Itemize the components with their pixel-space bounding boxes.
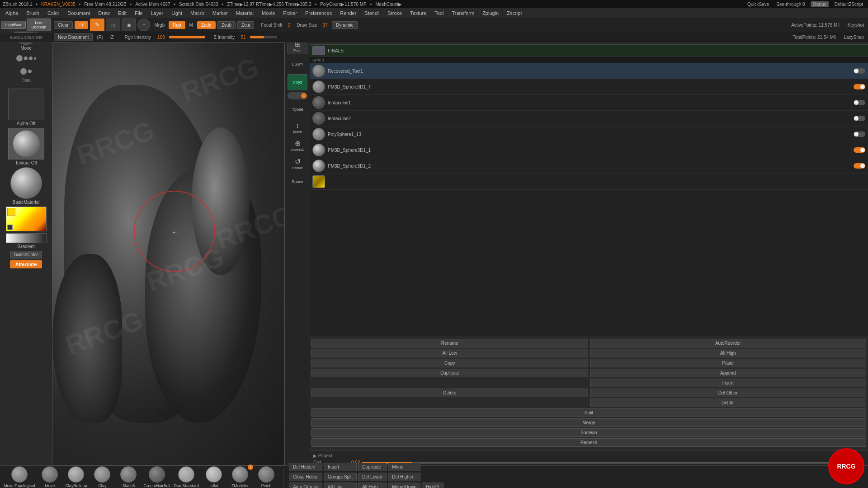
all-low-btn[interactable]: All Low — [311, 349, 588, 357]
paste-btn[interactable]: Paste — [590, 359, 867, 367]
hide-pt-btn[interactable]: HidePt — [422, 483, 443, 488]
zoom3d-btn[interactable]: ⊕ Zoom3D — [288, 137, 307, 154]
menu-draw[interactable]: Draw — [94, 9, 113, 17]
mrgb-label[interactable]: Mrgb — [152, 22, 167, 28]
rgb-intensity-slider[interactable] — [169, 36, 205, 38]
all-high-btn[interactable]: All High — [590, 349, 867, 357]
lsym-btn[interactable]: LSym — [288, 56, 307, 72]
all-high-btn-bottom[interactable]: All High — [358, 483, 387, 488]
menu-picker[interactable]: Picker — [279, 9, 301, 17]
del-lower-btn[interactable]: Del Lower — [358, 473, 387, 481]
stool-pm3d1-2[interactable]: PM3D_Sphere3D1_2 — [310, 158, 868, 174]
duplicate-btn-bottom[interactable]: Duplicate — [358, 463, 387, 471]
menu-render[interactable]: Render — [336, 9, 360, 17]
menu-zplugin[interactable]: Zplugin — [479, 9, 502, 17]
keyshot-label[interactable]: Keyshot — [845, 22, 866, 28]
draw-mode-button[interactable]: +Y — [75, 21, 89, 29]
stool-toggle[interactable] — [854, 100, 865, 105]
menu-texture[interactable]: Texture — [406, 9, 430, 17]
copy-btn[interactable]: Copy — [311, 359, 588, 367]
del-hidden-btn[interactable]: Del Hidden — [289, 463, 322, 471]
default-zscript[interactable]: DefaultZScript — [832, 1, 865, 7]
menu-stroke[interactable]: Stroke — [384, 9, 406, 17]
move3d-btn[interactable]: ↕ Move — [288, 119, 307, 136]
insert-btn[interactable]: Insert — [590, 379, 867, 387]
mirror-btn[interactable]: Mirror — [388, 463, 420, 471]
menu-document[interactable]: Document — [64, 9, 94, 17]
stool-recovered-tool[interactable]: Recovered_Tool1 — [310, 63, 868, 79]
menu-movie[interactable]: Movie — [258, 9, 278, 17]
brush-clay[interactable]: Clay — [91, 466, 113, 488]
menu-brush[interactable]: Brush — [23, 9, 43, 17]
alternate-btn[interactable]: Alternate — [10, 260, 42, 268]
lightbox-btn[interactable]: LightBox — [1, 21, 26, 29]
del-higher-btn[interactable]: Del Higher — [388, 473, 420, 481]
merge-down-btn[interactable]: MergeDown — [388, 483, 420, 488]
remesh-btn[interactable]: Remesh — [311, 438, 866, 447]
alpha-preview[interactable]: — — [8, 89, 44, 120]
close-holes-btn[interactable]: Close Holes — [289, 473, 322, 481]
stool-gold-material[interactable] — [310, 174, 868, 190]
brush-groom-hair[interactable]: GroomHairBall — [143, 466, 170, 488]
switch-color-btn[interactable]: SwitchColor — [10, 251, 42, 258]
gradient-preview[interactable] — [6, 233, 47, 243]
menu-marker[interactable]: Marker — [209, 9, 231, 17]
stool-finals-header[interactable]: FINALS — [310, 45, 868, 57]
dots-preview[interactable] — [14, 52, 38, 77]
brush-move-topological[interactable]: Move Topological — [4, 466, 35, 488]
menu-alpha[interactable]: Alpha — [2, 9, 22, 17]
brush-zmodeler[interactable]: 1 ZModeler — [229, 466, 251, 488]
menu-tool[interactable]: Tool — [431, 9, 447, 17]
material-sphere[interactable] — [10, 167, 42, 199]
menu-stencil[interactable]: Stencil — [361, 9, 383, 17]
autoreorder-btn[interactable]: AutoReorder — [590, 339, 867, 347]
new-doc-button[interactable]: New Document — [54, 33, 93, 41]
brush-inflat[interactable]: Inflat — [203, 466, 225, 488]
menu-color[interactable]: Color — [44, 9, 63, 17]
split-btn[interactable]: Split — [311, 408, 866, 417]
rgb-intensity-value[interactable]: 100 — [155, 34, 167, 40]
draw-button[interactable]: ◻ — [106, 19, 120, 31]
stool-toggle[interactable] — [854, 147, 865, 153]
boolean-btn[interactable]: Boolean — [311, 428, 866, 437]
all-low-btn-bottom[interactable]: All Low — [324, 483, 357, 488]
stool-tentaculos2[interactable]: tentaculos2 — [310, 111, 868, 127]
brush-pinch[interactable]: Pinch — [255, 466, 278, 488]
stool-toggle[interactable] — [854, 116, 865, 121]
edit-button[interactable]: ✎ — [90, 19, 104, 31]
rename-btn[interactable]: Rename — [311, 339, 588, 347]
menu-transform[interactable]: Transform — [448, 9, 478, 17]
merge-btn[interactable]: Merge — [311, 418, 866, 427]
stool-toggle[interactable] — [854, 131, 865, 137]
stool-pm3d1-1[interactable]: PM3D_Sphere3D1_1 — [310, 142, 868, 158]
zadd-button[interactable]: Zadd — [197, 21, 216, 29]
menu-file[interactable]: File — [131, 9, 146, 17]
draw-size-value[interactable]: 37 — [321, 22, 330, 28]
mode4-button[interactable]: ○ — [137, 19, 150, 31]
zsub-button[interactable]: Zsub — [217, 21, 236, 29]
clear-button[interactable]: Clear — [54, 21, 73, 29]
stool-toggle[interactable] — [854, 163, 865, 169]
z-intensity-slider[interactable] — [250, 36, 277, 38]
mode3-button[interactable]: ◉ — [122, 19, 136, 31]
stool-tentaculos1[interactable]: tentaculos1 — [310, 95, 868, 111]
cxyz-btn[interactable]: Cxyz — [288, 74, 307, 90]
zcut-button[interactable]: Zcut — [237, 21, 254, 29]
stool-pm3d1-7[interactable]: PM3D_Sphere3D1_7 — [310, 79, 868, 95]
menus-button[interactable]: Menus — [811, 1, 829, 7]
texture-preview[interactable] — [8, 128, 44, 160]
menu-edit[interactable]: Edit — [114, 9, 130, 17]
append-btn[interactable]: Append — [590, 369, 867, 377]
brush-move[interactable]: Move — [38, 466, 61, 488]
delete-btn[interactable]: Delete — [311, 389, 588, 397]
m-label[interactable]: M — [187, 22, 195, 28]
groups-split-btn[interactable]: Groups Split — [324, 473, 357, 481]
insert-btn-bottom[interactable]: Insert — [324, 463, 357, 471]
stool-toggle[interactable] — [854, 84, 865, 89]
subtool-list[interactable]: FINALS SPix 3 Recovered_Tool1 PM3D_Spher… — [310, 45, 868, 337]
tpose-btn[interactable]: Tpose — [288, 101, 307, 117]
color-picker[interactable] — [6, 206, 47, 231]
duplicate-btn[interactable]: Duplicate — [311, 369, 588, 377]
menu-zscript[interactable]: Zscript — [503, 9, 525, 17]
rgb-button[interactable]: Rgb — [169, 21, 185, 29]
